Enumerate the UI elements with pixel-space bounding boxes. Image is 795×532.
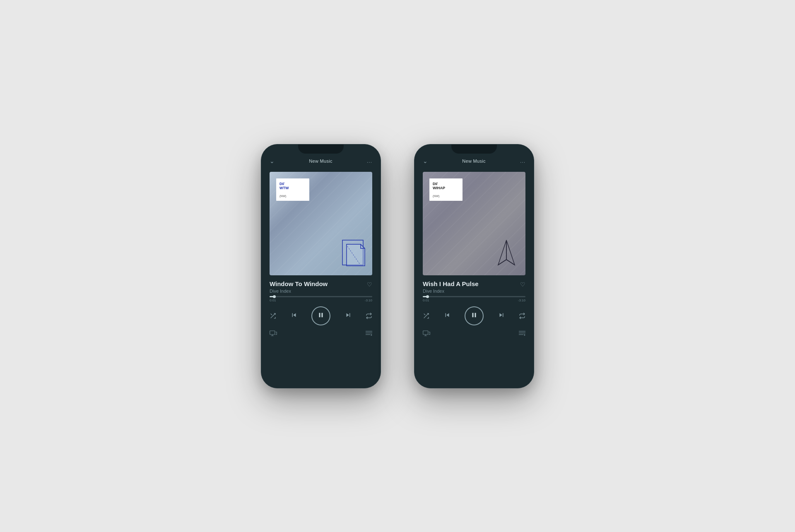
pause-btn-left[interactable] (311, 306, 330, 325)
back-icon-left[interactable]: ⌄ (270, 158, 275, 164)
progress-area-left: 0:01 -3:10 (261, 296, 381, 302)
pause-btn-right[interactable] (465, 306, 484, 325)
heart-icon-left[interactable]: ♡ (367, 281, 372, 288)
album-art-container-right: DI/ WIHAP (NW) (423, 172, 525, 275)
shuffle-btn-right[interactable] (423, 313, 429, 319)
current-time-right: 0:01 (423, 298, 429, 302)
progress-fill-left (270, 296, 275, 297)
phone-notch-left (298, 144, 344, 154)
album-label-sub-left: (NW) (279, 195, 305, 197)
song-title-right: Wish I Had A Pulse (423, 280, 479, 288)
song-info-right: Wish I Had A Pulse Dive Index ♡ (414, 280, 534, 294)
header-title-right: New Music (462, 159, 486, 164)
current-time-left: 0:01 (270, 298, 276, 302)
next-btn-left[interactable] (344, 311, 352, 320)
screen-left: ⌄ New Music ... DI/ WTW (NW) (261, 144, 381, 388)
album-label-text-left: DI/ WTW (279, 182, 305, 191)
album-art-container-left: DI/ WTW (NW) (270, 172, 372, 275)
progress-area-right: 0:01 -3:10 (414, 296, 534, 302)
back-icon-right[interactable]: ⌄ (423, 158, 428, 164)
phone-notch-right (451, 144, 497, 154)
prev-btn-left[interactable] (290, 311, 298, 320)
menu-icon-right[interactable]: ... (520, 158, 525, 164)
device-icon-right[interactable] (423, 330, 430, 337)
progress-times-left: 0:01 -3:10 (270, 298, 372, 302)
progress-fill-right (423, 296, 428, 297)
queue-icon-right[interactable] (519, 330, 525, 337)
album-artwork-svg-right (493, 238, 520, 269)
screen-right: ⌄ New Music ... DI/ WIHAP (NW) (414, 144, 534, 388)
song-text-right: Wish I Had A Pulse Dive Index (423, 280, 479, 294)
heart-icon-right[interactable]: ♡ (520, 281, 525, 288)
song-text-left: Window To Window Dive Index (270, 280, 328, 294)
prev-btn-right[interactable] (443, 311, 451, 320)
svg-rect-2 (270, 331, 275, 335)
song-info-left: Window To Window Dive Index ♡ (261, 280, 381, 294)
shuffle-btn-left[interactable] (270, 313, 276, 319)
pause-icon-left (317, 311, 325, 320)
album-art-right: DI/ WIHAP (NW) (423, 172, 525, 275)
song-artist-left: Dive Index (270, 289, 328, 294)
song-artist-right: Dive Index (423, 289, 479, 294)
header-title-left: New Music (309, 159, 332, 164)
phone-left: ⌄ New Music ... DI/ WTW (NW) (261, 144, 381, 388)
total-time-left: -3:10 (365, 298, 372, 302)
progress-bar-right[interactable] (423, 296, 525, 297)
progress-bar-left[interactable] (270, 296, 372, 297)
album-label-right: DI/ WIHAP (NW) (429, 178, 463, 201)
menu-icon-left[interactable]: ... (367, 158, 372, 164)
album-label-left: DI/ WTW (NW) (276, 178, 309, 201)
controls-left (261, 305, 381, 327)
pause-icon-right (470, 311, 478, 320)
svg-rect-7 (423, 331, 428, 335)
album-label-text-right: DI/ WIHAP (433, 182, 458, 191)
album-artwork-svg-left (339, 236, 368, 269)
device-icon-left[interactable] (270, 330, 277, 337)
queue-icon-left[interactable] (366, 330, 372, 337)
controls-right (414, 305, 534, 327)
album-art-left: DI/ WTW (NW) (270, 172, 372, 275)
bottom-bar-left (261, 330, 381, 337)
repeat-btn-left[interactable] (366, 313, 372, 319)
progress-times-right: 0:01 -3:10 (423, 298, 525, 302)
next-btn-right[interactable] (498, 311, 505, 320)
song-title-left: Window To Window (270, 280, 328, 288)
repeat-btn-right[interactable] (519, 313, 525, 319)
bottom-bar-right (414, 330, 534, 337)
phone-right: ⌄ New Music ... DI/ WIHAP (NW) (414, 144, 534, 388)
album-label-sub-right: (NW) (433, 195, 458, 197)
total-time-right: -3:10 (518, 298, 525, 302)
